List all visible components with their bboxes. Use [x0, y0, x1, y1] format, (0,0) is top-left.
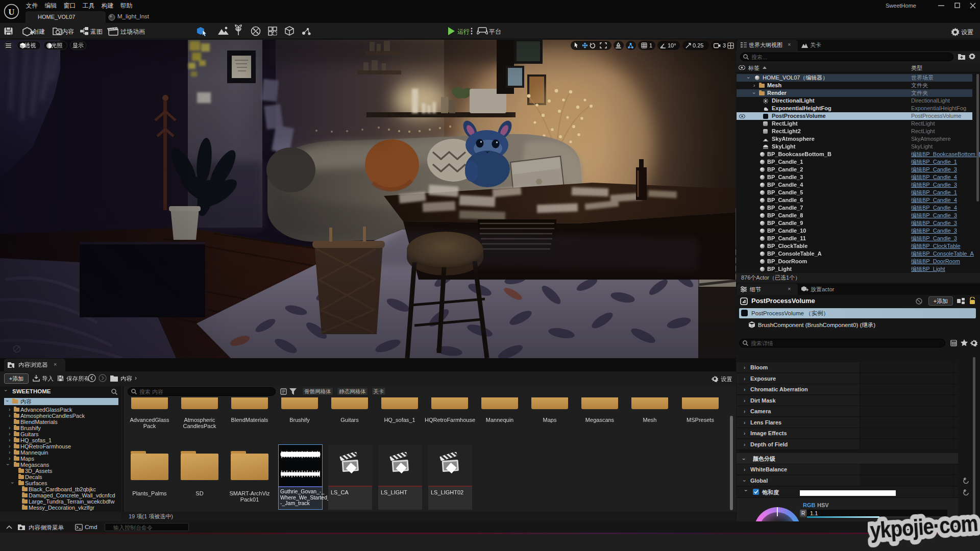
svg-text:U: U — [8, 7, 14, 17]
svg-text:蓝图: 蓝图 — [90, 28, 103, 35]
svg-text:ykpojie·com: ykpojie·com — [869, 511, 978, 543]
svg-text:内容: 内容 — [62, 28, 74, 35]
svg-text:设置: 设置 — [961, 29, 973, 36]
svg-text:过场动画: 过场动画 — [120, 28, 145, 35]
svg-text:平台: 平台 — [489, 28, 501, 35]
svg-text:运行: 运行 — [457, 28, 470, 35]
svg-text:创建: 创建 — [32, 28, 45, 35]
